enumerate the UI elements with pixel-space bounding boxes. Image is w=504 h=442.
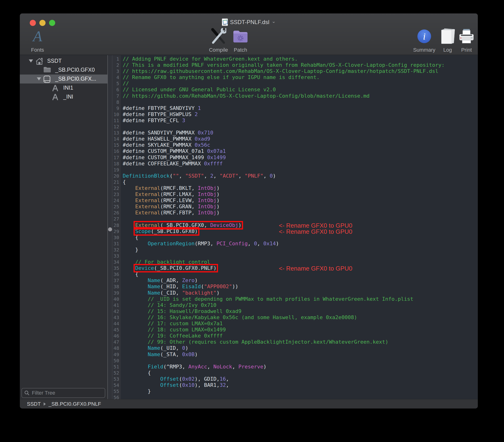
toolbar-patch-button[interactable]: Patch xyxy=(222,27,259,53)
code-line: External(RMCF.GRAN, IntObj) xyxy=(123,204,478,210)
tree-item-ssdt[interactable]: SSDT xyxy=(20,57,107,66)
filter-tree-field[interactable] xyxy=(21,388,105,398)
disclosure-triangle-icon[interactable] xyxy=(37,77,41,80)
patch-folder-gear-icon xyxy=(222,27,259,46)
rename-annotation: <- Rename GFX0 to GPU0 xyxy=(279,222,352,229)
line-number-gutter: 1234567891011121314151617181920212223242… xyxy=(108,55,121,399)
breadcrumb-leaf[interactable]: _SB.PCI0.GFX0.PNLF xyxy=(49,401,101,407)
tree-item--sb-pci0-gfx0[interactable]: _SB.PCI0.GFX0 xyxy=(20,66,107,74)
titlebar-toolbar: SSDT-PNLF.dsl ⌄ A Fonts Compile xyxy=(20,14,478,55)
tree-item-ini1[interactable]: INI1 xyxy=(20,84,107,92)
fonts-icon: A xyxy=(33,29,42,44)
tree-item-label: _SB.PCI0.GFX0 xyxy=(55,67,95,73)
code-line: Name(_HID, EisaId("APP0002")) xyxy=(123,283,478,290)
tree-item-label: _SB.PCI0.GFX... xyxy=(55,76,96,82)
line-number: 50 xyxy=(108,357,121,364)
status-bar: SSDT _SB.PCI0.GFX0.PNLF xyxy=(20,399,478,408)
code-line: DefinitionBlock("", "SSDT", 2, "ACDT", "… xyxy=(123,173,478,179)
line-number: 44 xyxy=(108,320,121,327)
rename-annotation: <- Rename GFX0 to GPU0 xyxy=(279,229,352,235)
line-number: 14 xyxy=(108,136,121,142)
code-line: Name(_ADR, Zero) xyxy=(123,277,478,283)
line-number: 5 xyxy=(108,80,121,87)
title-chevron-down-icon[interactable]: ⌄ xyxy=(271,18,276,24)
toolbar-fonts-label: Fonts xyxy=(20,47,56,53)
line-number: 23 xyxy=(108,191,121,197)
code-line xyxy=(123,124,478,130)
line-number: 37 xyxy=(108,277,121,283)
line-number: 24 xyxy=(108,197,121,204)
line-number: 15 xyxy=(108,142,121,148)
disclosure-triangle-icon[interactable] xyxy=(29,59,33,63)
code-line: External(RMCF.LMAX, IntObj) xyxy=(123,191,478,197)
line-number: 41 xyxy=(108,302,121,308)
line-number: 18 xyxy=(108,161,121,167)
toolbar-print-button[interactable]: Print xyxy=(448,27,478,53)
code-line: // 15: Haswell/Broadwell 0xad9 xyxy=(123,308,478,314)
window-title: SSDT-PNLF.dsl xyxy=(230,19,270,25)
line-number: 33 xyxy=(108,253,121,259)
code-line: Offset(0x10), BAR1,32, xyxy=(123,382,478,388)
code-line: // 17: custom LMAX=0x7a1 xyxy=(123,320,478,327)
line-number: 8 xyxy=(108,99,121,105)
line-number: 55 xyxy=(108,388,121,394)
code-line: // This is a modified PNLF version origi… xyxy=(123,62,478,68)
breadcrumb-separator-icon xyxy=(44,402,46,406)
rename-highlight-box xyxy=(134,227,199,236)
filter-tree-input[interactable] xyxy=(31,390,105,396)
line-number: 49 xyxy=(108,352,121,357)
code-line: External(RMCF.FBTP, IntObj) xyxy=(123,210,478,216)
code-line: #define CUSTOM_PWMMAX_1499 0x1499 xyxy=(123,155,478,161)
code-line: External(RMCF.BKLT, IntObj) xyxy=(123,185,478,191)
line-number: 51 xyxy=(108,364,121,370)
toolbar-fonts-button[interactable]: A Fonts xyxy=(20,27,56,53)
folder-icon xyxy=(43,67,51,74)
line-number: 20 xyxy=(108,173,121,179)
code-line: Name(_UID, 0) xyxy=(123,345,478,351)
home-icon xyxy=(36,57,43,65)
line-number: 46 xyxy=(108,333,121,339)
line-number: 17 xyxy=(108,155,121,161)
code-line: OperationRegion(RMP3, PCI_Config, 0, 0x1… xyxy=(123,241,478,247)
code-line: Name(_STA, 0x0B) xyxy=(123,352,478,357)
code-line: #define HASWELL_PWMMAX 0xad9 xyxy=(123,136,478,142)
tree-item-label: _INI xyxy=(63,94,73,100)
code-editor[interactable]: // Adding PNLF device for WhateverGreen.… xyxy=(121,55,478,399)
line-number: 42 xyxy=(108,308,121,314)
breadcrumb-root[interactable]: SSDT xyxy=(27,401,41,407)
code-line: // https://github.com/RehabMan/OS-X-Clov… xyxy=(123,93,478,99)
rename-highlight-box xyxy=(134,264,218,272)
document-proxy-icon[interactable] xyxy=(222,19,228,26)
line-number: 9 xyxy=(108,105,121,111)
code-line xyxy=(123,253,478,259)
code-line: #define SANDYIVY_PWMMAX 0x710 xyxy=(123,130,478,136)
line-number: 48 xyxy=(108,345,121,351)
code-line: } xyxy=(123,388,478,394)
method-icon xyxy=(52,93,59,101)
line-number: 22 xyxy=(108,185,121,191)
line-number: 16 xyxy=(108,148,121,154)
method-icon xyxy=(52,85,59,92)
line-number: 13 xyxy=(108,130,121,136)
code-line: // https://raw.githubusercontent.com/Reh… xyxy=(123,68,478,74)
gutter-marker-dot xyxy=(108,227,112,231)
maciasl-window: SSDT-PNLF.dsl ⌄ A Fonts Compile xyxy=(20,14,478,408)
code-line: // Licensed under GNU General Public Lic… xyxy=(123,87,478,93)
tree-item--sb-pci0-gfx-[interactable]: _SB.PCI0.GFX... xyxy=(20,74,107,84)
toolbar-print-label: Print xyxy=(448,47,478,53)
code-line: // xyxy=(123,80,478,87)
line-number: 10 xyxy=(108,111,121,117)
code-line: #define FBTYPE_HSWPLUS 2 xyxy=(123,111,478,117)
toolbar-patch-label: Patch xyxy=(222,47,259,53)
tree-item--ini[interactable]: _INI xyxy=(20,92,107,101)
code-line: #define FBTYPE_CFL 3 xyxy=(123,117,478,124)
code-line: } xyxy=(123,247,478,253)
code-line: // 14: Sandy/Ivy 0x710 xyxy=(123,302,478,308)
line-number: 30 xyxy=(108,234,121,241)
line-number: 53 xyxy=(108,376,121,382)
line-number: 26 xyxy=(108,210,121,216)
line-number: 34 xyxy=(108,259,121,265)
main-content: SSDT_SB.PCI0.GFX0_SB.PCI0.GFX...INI1_INI… xyxy=(20,55,478,399)
search-icon xyxy=(24,390,30,396)
code-line: // 99: Other (requires custom AppleBackl… xyxy=(123,339,478,345)
